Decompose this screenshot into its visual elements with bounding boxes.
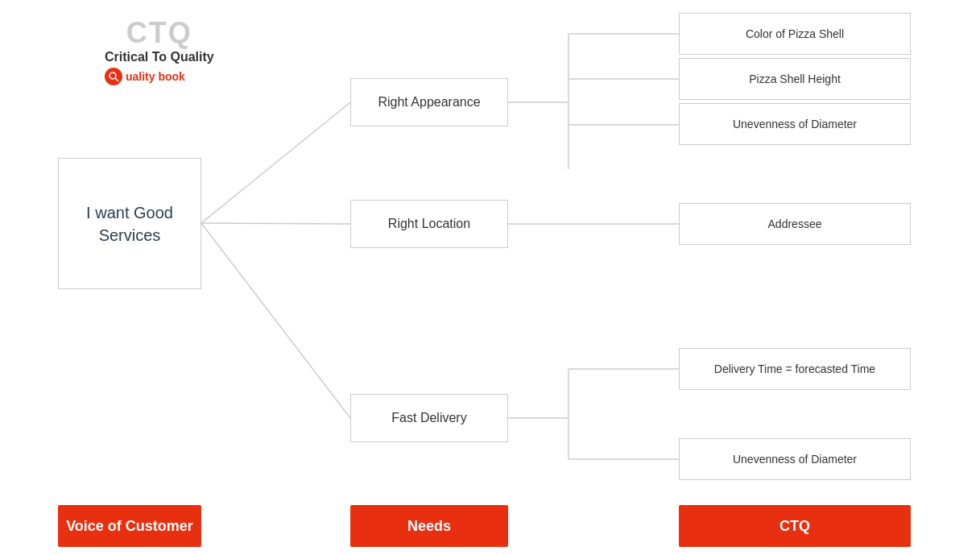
footer-needs-label: Needs [407, 518, 451, 535]
need-right-appearance-label: Right Appearance [378, 95, 480, 110]
main-box: I want Good Services [58, 158, 201, 289]
ctq-subtitle: Critical To Quality [105, 50, 214, 64]
quality-book-icon [105, 68, 122, 85]
svg-line-14 [115, 78, 118, 81]
svg-point-13 [110, 72, 116, 79]
ctq-pizza-shell-height-label: Pizza Shell Height [749, 72, 841, 85]
ctq-unevenness-diameter-2: Unevenness of Diameter [679, 438, 911, 480]
svg-line-0 [201, 102, 350, 223]
footer-ctq: CTQ [679, 505, 911, 547]
need-fast-delivery: Fast Delivery [350, 394, 508, 442]
ctq-pizza-shell-height: Pizza Shell Height [679, 58, 911, 100]
need-right-appearance: Right Appearance [350, 78, 508, 126]
quality-book-brand: uality book [105, 68, 214, 85]
footer-needs: Needs [350, 505, 508, 547]
ctq-delivery-time-label: Delivery Time = forecasted Time [714, 362, 875, 375]
ctq-addressee-label: Addressee [768, 217, 822, 230]
ctq-delivery-time: Delivery Time = forecasted Time [679, 348, 911, 390]
main-box-text: I want Good Services [59, 201, 201, 246]
ctq-unevenness-diameter-1: Unevenness of Diameter [679, 103, 911, 145]
ctq-unevenness-diameter-1-label: Unevenness of Diameter [733, 118, 857, 130]
need-right-location: Right Location [350, 200, 508, 248]
need-right-location-label: Right Location [388, 217, 470, 231]
header: CTQ Critical To Quality uality book [105, 16, 214, 85]
svg-line-1 [201, 223, 350, 224]
footer-ctq-label: CTQ [779, 518, 810, 535]
ctq-color-pizza-shell-label: Color of Pizza Shell [746, 27, 844, 40]
svg-line-2 [201, 223, 350, 418]
need-fast-delivery-label: Fast Delivery [391, 411, 466, 425]
ctq-addressee: Addressee [679, 203, 911, 245]
footer-voc-label: Voice of Customer [66, 518, 193, 535]
ctq-color-pizza-shell: Color of Pizza Shell [679, 13, 911, 55]
ctq-main-title: CTQ [105, 16, 214, 50]
quality-book-label: uality book [126, 70, 185, 83]
footer-voc: Voice of Customer [58, 505, 201, 547]
ctq-unevenness-diameter-2-label: Unevenness of Diameter [733, 453, 857, 466]
